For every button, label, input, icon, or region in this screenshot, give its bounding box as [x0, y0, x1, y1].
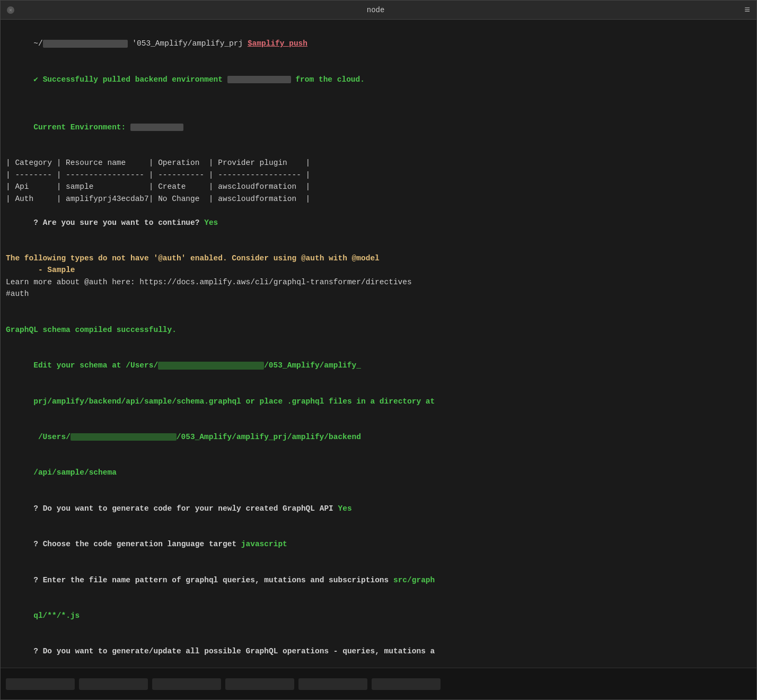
bottom-item-2	[79, 678, 148, 690]
table-divider-line: | -------- | ----------------- | -------…	[6, 169, 751, 181]
edit-path-4: /api/sample/schema	[33, 468, 117, 477]
q-language-line: ? Choose the code generation language ta…	[6, 527, 751, 562]
edit-schema-line-4: /api/sample/schema	[6, 455, 751, 491]
warning-line-1: The following types do not have '@auth' …	[6, 252, 751, 264]
learn-more-text-2: #auth	[6, 290, 29, 298]
graphql-success-text: GraphQL schema compiled successfully.	[6, 326, 177, 334]
question-continue-line: ? Are you sure you want to continue? Yes	[6, 205, 751, 240]
q-generate-all-text: Do you want to generate/update all possi…	[43, 647, 435, 655]
q-generate-code-line: ? Do you want to generate code for your …	[6, 491, 751, 526]
a-file-pattern-2: ql/**/*.js	[33, 611, 80, 620]
table-row-2-content: | Auth | amplifyprj43ecdab7| No Change |…	[6, 195, 310, 203]
q-mark-1: ?	[33, 504, 42, 513]
edit-schema-line-2: prj/amplify/backend/api/sample/schema.gr…	[6, 383, 751, 419]
q-file-pattern-text: Enter the file name pattern of graphql q…	[43, 576, 393, 584]
blank-line-1	[6, 98, 751, 109]
edit-path-2: prj/amplify/backend/api/sample/schema.gr…	[33, 397, 435, 406]
a-generate-code: Yes	[338, 504, 352, 513]
edit-path-3-prefix: /Users/	[33, 433, 71, 441]
question-mark: ?	[33, 218, 42, 227]
q-file-pattern-line: ? Enter the file name pattern of graphql…	[6, 562, 751, 598]
learn-more-line-2: #auth	[6, 288, 751, 300]
question-continue-text: Are you sure you want to continue?	[43, 218, 205, 227]
table-row-1-content: | Api | sample | Create | awscloudformat…	[6, 182, 310, 191]
table-row-2: | Auth | amplifyprj43ecdab7| No Change |…	[6, 193, 751, 205]
q-generate-all-line: ? Do you want to generate/update all pos…	[6, 634, 751, 668]
blank-line-3	[6, 240, 751, 252]
table-header: | Category | Resource name | Operation |…	[6, 159, 310, 167]
bottom-item-5	[298, 678, 367, 690]
bottom-item-6	[372, 678, 441, 690]
redacted-path	[43, 40, 128, 48]
prompt-project: '053_Amplify/amplify_prj	[128, 39, 248, 48]
learn-more-text-1: Learn more about @auth here: https://doc…	[6, 278, 412, 286]
terminal-body[interactable]: ~/ '053_Amplify/amplify_prj $amplify pus…	[1, 20, 756, 668]
table-divider: | -------- | ----------------- | -------…	[6, 171, 310, 179]
blank-line-6	[6, 336, 751, 347]
edit-your-text: Edit your schema at /Users/	[33, 361, 158, 370]
q-mark-4: ?	[33, 647, 42, 655]
blank-line-2	[6, 145, 751, 157]
menu-icon[interactable]: ≡	[744, 5, 750, 15]
table-row-1: | Api | sample | Create | awscloudformat…	[6, 181, 751, 192]
prompt-command: $amplify push	[248, 39, 307, 48]
bottom-item-3	[152, 678, 221, 690]
table-header-line: | Category | Resource name | Operation |…	[6, 157, 751, 169]
redacted-username-1	[158, 362, 264, 370]
bottom-item-1	[6, 678, 75, 690]
terminal-window: ✕ node ≡ ~/ '053_Amplify/amplify_prj $am…	[0, 0, 757, 700]
redacted-env	[227, 76, 291, 84]
answer-continue: Yes	[204, 218, 218, 227]
success-suffix: from the cloud.	[291, 75, 365, 84]
warning-line-2: - Sample	[6, 264, 751, 276]
bottom-bar	[1, 668, 756, 699]
a-file-pattern-1: src/graph	[393, 576, 435, 584]
edit-path-1: /053_Amplify/amplify_	[264, 361, 361, 370]
q-mark-3: ?	[33, 576, 42, 584]
prompt-path: ~/	[33, 39, 42, 48]
q-file-pattern-line-2: ql/**/*.js	[6, 598, 751, 634]
title-bar: ✕ node ≡	[1, 1, 756, 20]
redacted-username-2	[71, 433, 177, 441]
blank-line-5	[6, 312, 751, 323]
blank-line-4	[6, 300, 751, 312]
redacted-env-name	[130, 124, 183, 132]
warning-text-1: The following types do not have '@auth' …	[6, 254, 380, 262]
current-env-line: Current Environment:	[6, 109, 751, 145]
warning-text-2: - Sample	[6, 266, 75, 274]
current-env-label: Current Environment:	[33, 123, 130, 132]
window-title: node	[7, 6, 744, 14]
prompt-line: ~/ '053_Amplify/amplify_prj $amplify pus…	[6, 26, 751, 62]
a-language: javascript	[241, 540, 287, 548]
bottom-item-4	[225, 678, 294, 690]
q-generate-code-text: Do you want to generate code for your ne…	[43, 504, 338, 513]
edit-schema-line-1: Edit your schema at /Users/ /053_Amplify…	[6, 348, 751, 383]
q-mark-2: ?	[33, 540, 42, 548]
edit-schema-line-3: /Users/ /053_Amplify/amplify_prj/amplify…	[6, 419, 751, 454]
graphql-success-line: GraphQL schema compiled successfully.	[6, 324, 751, 336]
edit-path-3-suffix: /053_Amplify/amplify_prj/amplify/backend	[177, 433, 361, 441]
q-language-text: Choose the code generation language targ…	[43, 540, 241, 548]
success-pull-line: ✔ Successfully pulled backend environmen…	[6, 62, 751, 97]
learn-more-line-1: Learn more about @auth here: https://doc…	[6, 276, 751, 288]
checkmark: ✔ Successfully pulled backend environmen…	[33, 75, 227, 84]
